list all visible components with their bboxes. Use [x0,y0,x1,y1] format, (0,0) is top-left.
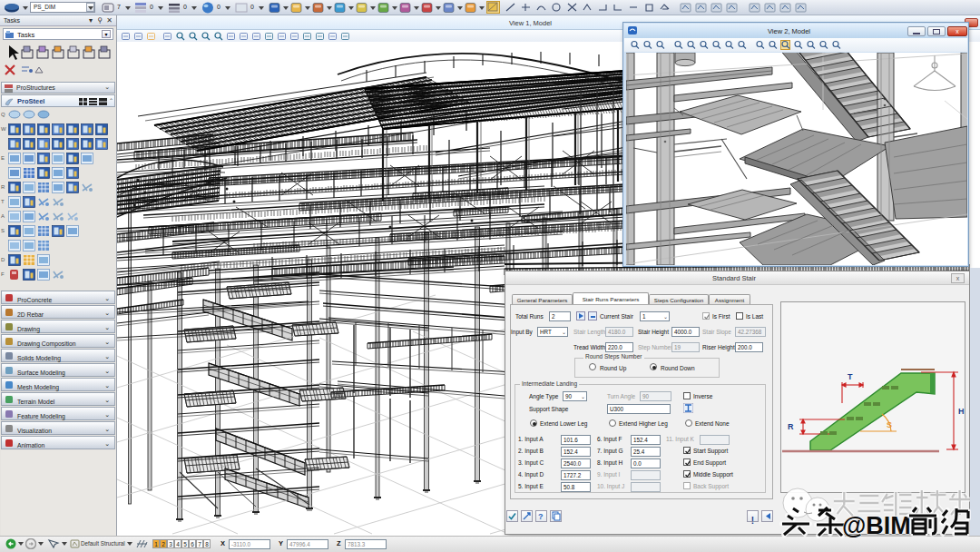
svg-text:T: T [848,372,853,381]
svg-text:@BIM: @BIM [842,512,911,539]
svg-text:S: S [887,420,892,429]
svg-text:H: H [958,407,965,416]
svg-text:?: ? [538,512,544,521]
svg-text:R: R [788,422,794,431]
